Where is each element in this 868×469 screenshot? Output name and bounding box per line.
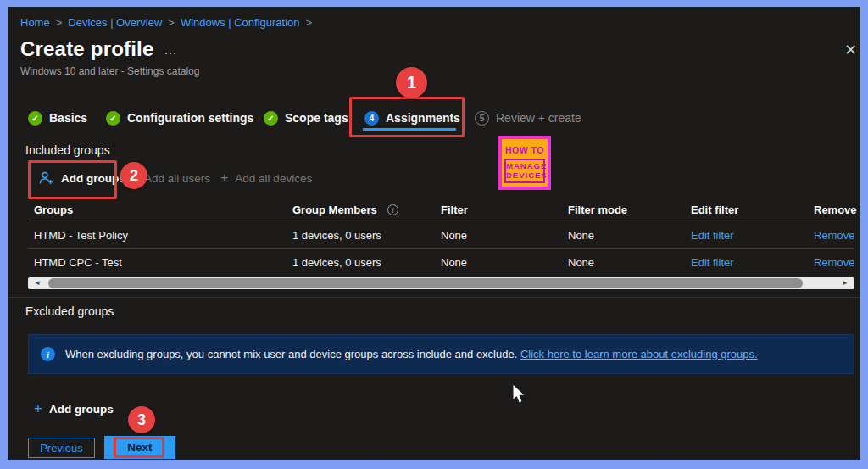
htmd-logo: HOW TO MANAGE DEVICES	[498, 136, 551, 190]
breadcrumb-windows-configuration[interactable]: Windows | Configuration	[181, 16, 300, 29]
screenshot-frame: Home > Devices | Overview > Windows | Co…	[0, 0, 868, 469]
tab-basics[interactable]: ✓ Basics	[28, 109, 87, 127]
step-5-icon: 5	[475, 111, 489, 126]
logo-line-1: HOW TO	[502, 145, 548, 155]
table-header-divider	[28, 221, 854, 221]
column-header-edit-filter[interactable]: Edit filter	[691, 200, 738, 221]
profile-subtitle: Windows 10 and later - Settings catalog	[20, 65, 199, 77]
add-all-devices-button[interactable]: + Add all devices	[220, 166, 312, 190]
included-groups-heading: Included groups	[25, 143, 110, 157]
banner-text: When excluding groups, you cannot mix us…	[65, 348, 517, 360]
scroll-right-icon[interactable]: ►	[839, 277, 851, 289]
column-header-groups[interactable]: Groups	[34, 200, 73, 221]
add-all-users-button[interactable]: Add all users	[144, 166, 210, 190]
logo-box: MANAGE DEVICES	[504, 159, 545, 183]
annotation-badge-3: 3	[128, 406, 155, 433]
check-icon: ✓	[106, 111, 120, 126]
cell-group-name: HTMD CPC - Test	[34, 249, 122, 276]
annotation-box-next	[114, 437, 164, 458]
close-icon[interactable]: ✕	[844, 41, 857, 59]
breadcrumb-separator: >	[56, 16, 63, 29]
cell-group-members: 1 devices, 0 users	[292, 249, 381, 276]
table-row: HTMD CPC - Test 1 devices, 0 users None …	[0, 249, 868, 276]
breadcrumb-separator: >	[306, 16, 313, 29]
tab-scope-tags-label: Scope tags	[285, 111, 348, 125]
cell-filter: None	[441, 222, 467, 248]
banner-message: When excluding groups, you cannot mix us…	[65, 348, 758, 360]
breadcrumb-home[interactable]: Home	[20, 16, 50, 29]
remove-link[interactable]: Remove	[814, 249, 854, 276]
check-icon: ✓	[264, 111, 278, 126]
group-members-info-icon[interactable]: i	[387, 204, 398, 215]
tab-basics-label: Basics	[49, 111, 87, 125]
annotation-badge-1: 1	[396, 67, 427, 98]
annotation-box-assignments	[349, 97, 465, 137]
previous-button[interactable]: Previous	[28, 438, 95, 458]
scrollbar-thumb[interactable]	[48, 278, 803, 288]
exclusion-info-banner: i When excluding groups, you cannot mix …	[28, 334, 854, 374]
column-header-filter[interactable]: Filter	[441, 200, 468, 221]
column-header-filter-mode[interactable]: Filter mode	[568, 200, 627, 221]
cell-filter-mode: None	[568, 249, 594, 276]
remove-link[interactable]: Remove	[814, 222, 854, 248]
add-all-devices-label: Add all devices	[235, 172, 312, 185]
cell-group-name: HTMD - Test Policy	[34, 222, 128, 248]
tab-configuration-settings[interactable]: ✓ Configuration settings	[106, 109, 253, 127]
edit-filter-link[interactable]: Edit filter	[691, 222, 734, 248]
tab-configuration-settings-label: Configuration settings	[127, 111, 253, 125]
check-icon: ✓	[28, 111, 42, 126]
edit-filter-link[interactable]: Edit filter	[691, 249, 734, 276]
banner-link[interactable]: Click here to learn more about excluding…	[520, 348, 758, 360]
annotation-badge-2: 2	[120, 162, 147, 189]
plus-icon: +	[34, 400, 42, 417]
scroll-left-icon[interactable]: ◄	[31, 277, 43, 289]
cell-filter-mode: None	[568, 222, 594, 248]
mouse-cursor	[512, 383, 527, 409]
logo-line-3: DEVICES	[506, 170, 543, 180]
excluded-groups-heading: Excluded groups	[25, 304, 114, 318]
horizontal-scrollbar[interactable]: ◄ ►	[28, 277, 854, 289]
tab-review-create[interactable]: 5 Review + create	[475, 109, 581, 127]
logo-line-2: MANAGE	[506, 161, 543, 170]
breadcrumb-devices-overview[interactable]: Devices | Overview	[68, 16, 162, 29]
tab-scope-tags[interactable]: ✓ Scope tags	[264, 109, 348, 127]
table-row-divider	[28, 276, 854, 276]
table-row: HTMD - Test Policy 1 devices, 0 users No…	[0, 222, 868, 248]
cell-filter: None	[441, 249, 467, 276]
page-title: Create profile	[20, 37, 154, 61]
tab-review-create-label: Review + create	[496, 111, 581, 125]
section-divider	[8, 297, 860, 298]
info-icon: i	[41, 347, 55, 361]
excluded-add-groups-button[interactable]: + Add groups	[34, 397, 114, 421]
breadcrumb: Home > Devices | Overview > Windows | Co…	[20, 16, 318, 29]
cell-group-members: 1 devices, 0 users	[292, 222, 381, 248]
excluded-add-groups-label: Add groups	[49, 403, 114, 416]
annotation-box-add-groups	[28, 160, 117, 199]
breadcrumb-separator: >	[168, 16, 175, 29]
more-options-icon[interactable]: …	[164, 42, 179, 58]
column-header-group-members[interactable]: Group Members	[292, 200, 377, 221]
add-all-users-label: Add all users	[144, 172, 210, 185]
plus-icon: +	[220, 170, 228, 186]
column-header-remove[interactable]: Remove	[814, 200, 857, 221]
